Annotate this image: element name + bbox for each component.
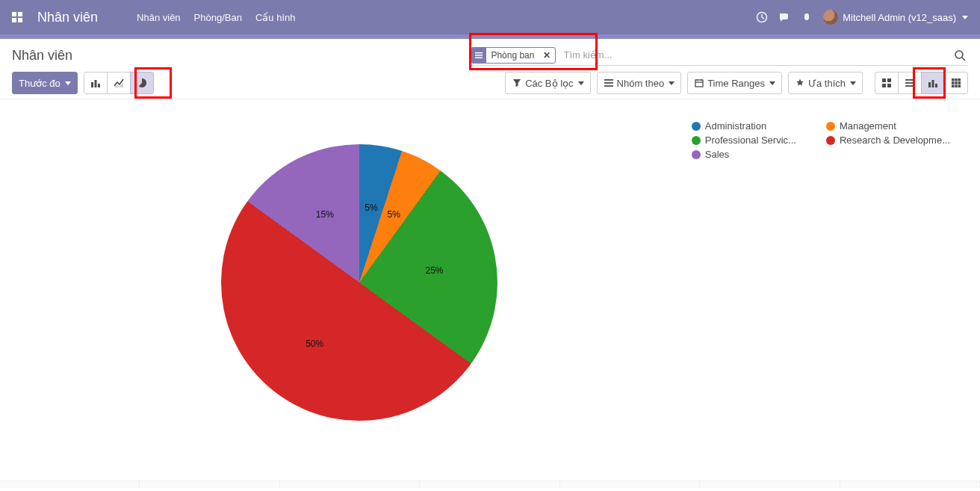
cp-row-bottom: Thước đo Các xyxy=(12,72,968,94)
top-navbar: Nhân viên Nhân viên Phòng/Ban Cấu hình M… xyxy=(0,0,980,34)
legend-label: Administration xyxy=(705,120,766,132)
chevron-down-icon xyxy=(578,81,584,85)
chevron-down-icon xyxy=(65,81,71,85)
filters-button[interactable]: Các Bộ lọc xyxy=(505,72,590,94)
legend-label: Sales xyxy=(705,149,730,160)
filters-label: Các Bộ lọc xyxy=(525,78,573,89)
nav-menu-item[interactable]: Nhân viên xyxy=(137,12,181,23)
kanban-icon xyxy=(881,78,892,88)
legend-item[interactable]: Professional Servic... xyxy=(692,135,796,146)
svg-rect-15 xyxy=(604,85,613,87)
svg-line-9 xyxy=(962,58,965,61)
svg-rect-6 xyxy=(475,55,483,56)
legend-swatch xyxy=(692,136,701,145)
legend-swatch xyxy=(692,150,701,159)
svg-rect-22 xyxy=(882,84,886,87)
svg-rect-21 xyxy=(887,78,891,82)
nav-menu-item[interactable]: Phòng/Ban xyxy=(194,12,242,23)
chart-legend: Administration Management Professional S… xyxy=(692,120,950,160)
calendar-icon xyxy=(694,78,704,88)
svg-rect-37 xyxy=(955,85,958,88)
search-input[interactable] xyxy=(560,48,952,62)
svg-rect-3 xyxy=(18,18,22,22)
measures-button[interactable]: Thước đo xyxy=(12,72,78,94)
pie-slice-label: 25% xyxy=(425,265,443,276)
svg-rect-13 xyxy=(604,79,613,81)
legend-label: Management xyxy=(840,120,896,132)
view-switcher xyxy=(875,72,968,94)
timeranges-button[interactable]: Time Ranges xyxy=(687,72,782,94)
graph-view-button[interactable] xyxy=(921,72,945,94)
list-icon xyxy=(604,78,614,88)
svg-rect-32 xyxy=(958,78,961,81)
chart-type-switcher xyxy=(84,72,154,94)
app-title[interactable]: Nhân viên xyxy=(34,0,113,34)
nav-menu-item[interactable]: Cấu hình xyxy=(255,12,296,23)
svg-point-8 xyxy=(955,51,963,58)
search-facet-remove[interactable]: ✕ xyxy=(539,50,555,61)
kanban-view-button[interactable] xyxy=(875,72,899,94)
chevron-down-icon xyxy=(769,81,775,85)
groupby-button[interactable]: Nhóm theo xyxy=(597,72,682,94)
svg-rect-12 xyxy=(98,84,100,87)
apps-menu-icon[interactable] xyxy=(0,0,34,34)
graph-view: Administration Management Professional S… xyxy=(0,99,980,488)
svg-rect-24 xyxy=(905,79,914,81)
avatar xyxy=(823,10,838,25)
pie-slice-label: 5% xyxy=(388,209,400,220)
svg-rect-27 xyxy=(928,82,931,87)
legend-item[interactable]: Sales xyxy=(692,149,796,160)
chevron-down-icon xyxy=(669,81,674,85)
discuss-icon[interactable] xyxy=(778,11,790,23)
debug-icon[interactable] xyxy=(801,11,813,23)
user-menu[interactable]: Mitchell Admin (v12_saas) xyxy=(823,10,968,25)
grid-icon xyxy=(951,78,961,88)
groupby-label: Nhóm theo xyxy=(617,78,665,89)
svg-rect-10 xyxy=(91,82,93,87)
svg-rect-38 xyxy=(958,85,961,88)
pie-graphic[interactable] xyxy=(221,144,497,421)
timeranges-label: Time Ranges xyxy=(707,78,765,89)
breadcrumb[interactable]: Nhân viên xyxy=(12,48,72,64)
legend-item[interactable]: Management xyxy=(826,120,950,132)
pivot-view-button[interactable] xyxy=(944,72,968,94)
svg-rect-31 xyxy=(955,78,958,81)
svg-rect-1 xyxy=(18,12,22,16)
svg-rect-0 xyxy=(12,12,16,16)
bar-chart-button[interactable] xyxy=(84,72,108,94)
search-facet-label: Phòng ban xyxy=(486,50,539,61)
cp-row-top: Nhân viên Phòng ban ✕ xyxy=(12,45,968,66)
nav-menu: Nhân viên Phòng/Ban Cấu hình xyxy=(137,12,295,23)
svg-rect-7 xyxy=(475,57,483,58)
line-chart-button[interactable] xyxy=(107,72,131,94)
legend-item[interactable]: Administration xyxy=(692,120,796,132)
svg-rect-33 xyxy=(952,81,955,84)
svg-rect-26 xyxy=(905,85,914,87)
legend-item[interactable]: Research & Developme... xyxy=(826,135,950,146)
chevron-down-icon xyxy=(850,81,856,85)
legend-swatch xyxy=(692,122,701,131)
pie-chart: 5% 5% 25% 50% 15% xyxy=(221,144,497,421)
list-view-button[interactable] xyxy=(898,72,922,94)
filter-icon xyxy=(512,78,522,88)
user-label: Mitchell Admin (v12_saas) xyxy=(843,12,956,23)
svg-rect-34 xyxy=(955,81,958,84)
bar-chart-icon xyxy=(928,78,938,88)
search-icon[interactable] xyxy=(952,49,968,61)
pie-chart-button[interactable] xyxy=(130,72,154,94)
pie-slice-label: 50% xyxy=(306,339,323,349)
activity-icon[interactable] xyxy=(756,11,768,23)
bottom-ruler xyxy=(0,481,980,488)
legend-label: Research & Developme... xyxy=(840,135,950,146)
svg-rect-14 xyxy=(604,82,613,84)
svg-rect-25 xyxy=(905,82,914,84)
svg-rect-20 xyxy=(882,78,886,82)
favorites-button[interactable]: Ưa thích xyxy=(788,72,863,94)
svg-rect-2 xyxy=(12,18,16,22)
control-panel: Nhân viên Phòng ban ✕ Thước đo xyxy=(0,39,980,99)
list-icon xyxy=(471,48,486,63)
favorites-label: Ưa thích xyxy=(808,78,846,89)
search-bar[interactable]: Phòng ban ✕ xyxy=(471,45,968,66)
svg-rect-29 xyxy=(935,84,937,87)
svg-rect-28 xyxy=(932,80,934,87)
